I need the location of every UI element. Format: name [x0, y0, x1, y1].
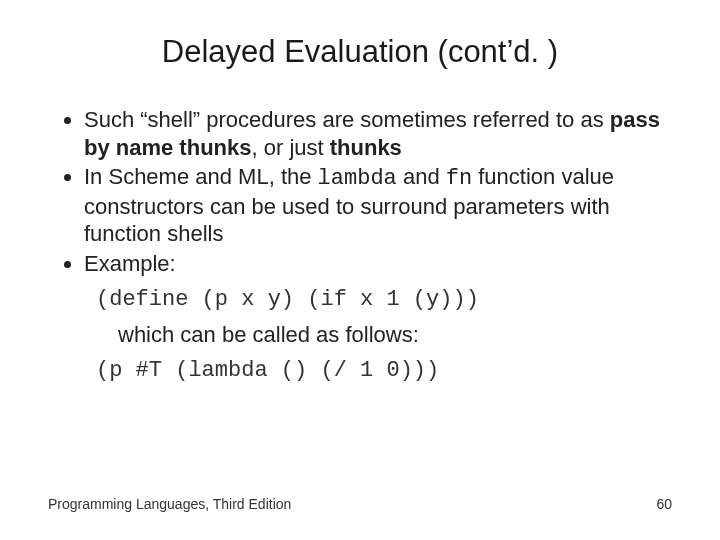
code-text: lambda [318, 166, 397, 191]
slide: Delayed Evaluation (cont’d. ) Such “shel… [0, 0, 720, 540]
followup-text: which can be called as follows: [118, 322, 672, 348]
text-fragment: Such “shell” procedures are sometimes re… [84, 107, 610, 132]
bullet-item-1: Such “shell” procedures are sometimes re… [84, 106, 672, 161]
text-fragment: Example: [84, 251, 176, 276]
code-example-1: (define (p x y) (if x 1 (y))) [96, 287, 672, 312]
text-fragment: In Scheme and ML, the [84, 164, 318, 189]
code-text: fn [446, 166, 472, 191]
footer-source: Programming Languages, Third Edition [48, 496, 291, 512]
page-number: 60 [656, 496, 672, 512]
code-example-2: (p #T (lambda () (/ 1 0))) [96, 358, 672, 383]
text-fragment: , or just [251, 135, 329, 160]
bullet-item-3: Example: [84, 250, 672, 278]
slide-title: Delayed Evaluation (cont’d. ) [48, 34, 672, 70]
bullet-list: Such “shell” procedures are sometimes re… [58, 106, 672, 277]
bullet-item-2: In Scheme and ML, the lambda and fn func… [84, 163, 672, 248]
bold-text: thunks [330, 135, 402, 160]
text-fragment: and [397, 164, 446, 189]
